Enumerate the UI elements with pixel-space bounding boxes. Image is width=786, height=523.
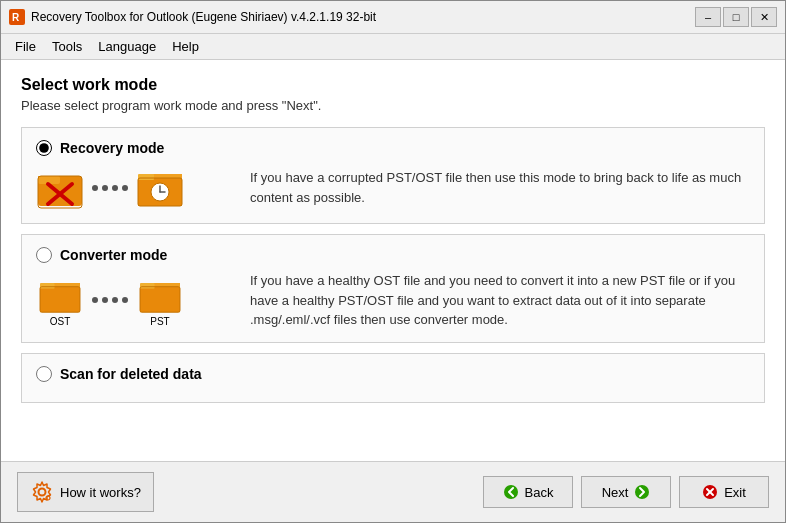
exit-label: Exit (724, 485, 746, 500)
recovery-mode-header: Recovery mode (36, 140, 750, 156)
svg-text:R: R (12, 12, 20, 23)
back-button[interactable]: Back (483, 476, 573, 508)
how-it-works-label: How it works? (60, 485, 141, 500)
svg-rect-15 (40, 283, 55, 288)
svg-point-20 (39, 489, 46, 496)
how-it-works-button[interactable]: How it works? (17, 472, 154, 512)
next-button[interactable]: Next (581, 476, 671, 508)
title-bar: R Recovery Toolbox for Outlook (Eugene S… (1, 1, 785, 34)
main-content: Select work mode Please select program w… (1, 60, 785, 461)
maximize-button[interactable]: □ (723, 7, 749, 27)
converter-mode-header: Converter mode (36, 247, 750, 263)
window-title: Recovery Toolbox for Outlook (Eugene Shi… (31, 10, 695, 24)
output-folder-icon (136, 164, 184, 211)
converter-mode-body: OST PS (36, 271, 750, 330)
back-label: Back (525, 485, 554, 500)
scan-mode-header: Scan for deleted data (36, 366, 750, 382)
next-icon (634, 484, 650, 500)
window-controls: – □ ✕ (695, 7, 777, 27)
recovery-mode-label[interactable]: Recovery mode (60, 140, 164, 156)
app-window: R Recovery Toolbox for Outlook (Eugene S… (0, 0, 786, 523)
close-button[interactable]: ✕ (751, 7, 777, 27)
back-icon (503, 484, 519, 500)
exit-button[interactable]: Exit (679, 476, 769, 508)
svg-point-22 (504, 485, 518, 499)
recovery-mode-description: If you have a corrupted PST/OST file the… (250, 168, 750, 207)
gear-icon (30, 480, 54, 504)
recovery-icon-area (36, 164, 236, 211)
page-title: Select work mode (21, 76, 765, 94)
footer-left: How it works? (17, 472, 154, 512)
svg-point-23 (635, 485, 649, 499)
recovery-mode-body: If you have a corrupted PST/OST file the… (36, 164, 750, 211)
menu-bar: File Tools Language Help (1, 34, 785, 60)
footer: How it works? Back Next (1, 461, 785, 522)
page-subtitle: Please select program work mode and pres… (21, 98, 765, 113)
menu-language[interactable]: Language (90, 36, 164, 57)
converter-mode-description: If you have a healthy OST file and you n… (250, 271, 750, 330)
recovery-mode-section: Recovery mode (21, 127, 765, 224)
converter-mode-label[interactable]: Converter mode (60, 247, 167, 263)
menu-tools[interactable]: Tools (44, 36, 90, 57)
pst-folder-icon: PST (136, 274, 184, 327)
exit-icon (702, 484, 718, 500)
menu-help[interactable]: Help (164, 36, 207, 57)
menu-file[interactable]: File (7, 36, 44, 57)
scan-mode-section: Scan for deleted data (21, 353, 765, 403)
scan-mode-radio[interactable] (36, 366, 52, 382)
converter-mode-section: Converter mode OST (21, 234, 765, 343)
dots-separator-recovery (92, 185, 128, 191)
svg-rect-9 (138, 174, 154, 180)
scan-mode-label[interactable]: Scan for deleted data (60, 366, 202, 382)
ost-folder-icon: OST (36, 274, 84, 327)
svg-rect-18 (140, 283, 155, 288)
minimize-button[interactable]: – (695, 7, 721, 27)
recovery-mode-radio[interactable] (36, 140, 52, 156)
converter-icon-area: OST PS (36, 274, 236, 327)
svg-rect-14 (40, 286, 80, 311)
recovery-folder-icon (36, 166, 84, 210)
dots-separator-converter (92, 297, 128, 303)
next-label: Next (602, 485, 629, 500)
converter-mode-radio[interactable] (36, 247, 52, 263)
app-icon: R (9, 9, 25, 25)
pst-label: PST (150, 316, 169, 327)
footer-buttons: Back Next E (483, 476, 769, 508)
svg-rect-17 (140, 286, 180, 311)
ost-label: OST (50, 316, 71, 327)
